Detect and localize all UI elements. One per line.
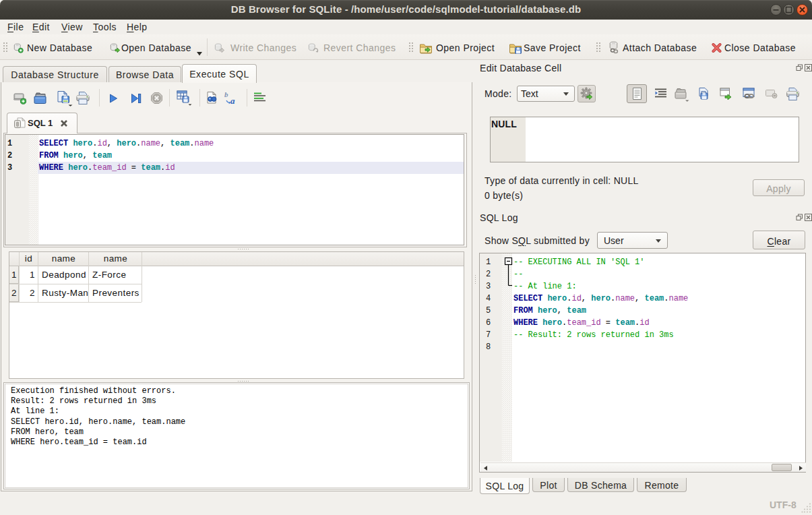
svg-text:b: b [224, 91, 228, 98]
svg-text:a: a [230, 96, 235, 105]
